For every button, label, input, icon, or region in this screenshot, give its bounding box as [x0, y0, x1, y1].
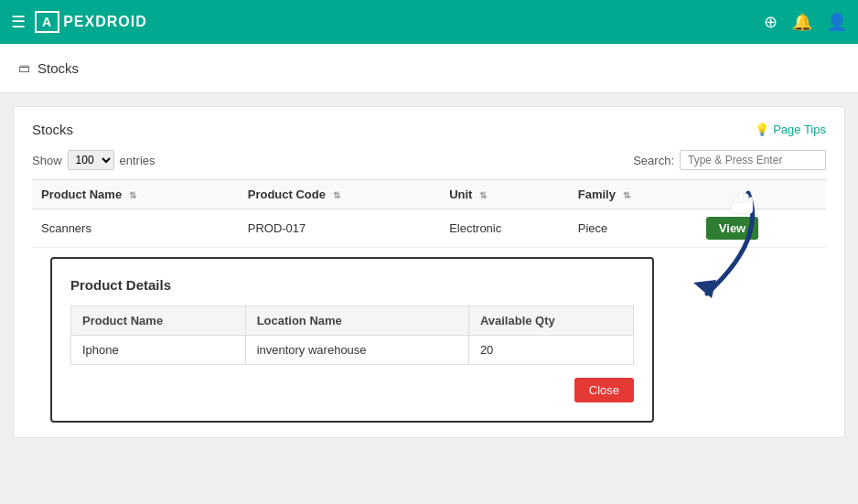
entries-select[interactable]: 100 25 50 [68, 150, 114, 170]
col-family: Family ⇅ [569, 180, 697, 209]
entries-label: entries [120, 154, 156, 167]
show-label: Show [32, 154, 62, 167]
col-unit: Unit ⇅ [440, 180, 569, 209]
modal-table-row: Iphone inventory warehouse 20 [71, 336, 634, 365]
product-details-modal: Product Details Product Name Location Na… [50, 257, 654, 423]
modal-footer: Close [70, 378, 634, 402]
breadcrumb-bar: 🗃 Stocks [0, 44, 858, 93]
top-navbar: ☰ A PEXDROID ⊕ 🔔 👤 [0, 0, 858, 44]
hamburger-icon[interactable]: ☰ [11, 12, 26, 32]
table-controls: Show 100 25 50 entries Search: [32, 150, 826, 170]
modal-col-location-name: Location Name [245, 306, 468, 336]
navbar-right: ⊕ 🔔 👤 [764, 12, 847, 32]
close-button[interactable]: Close [574, 378, 634, 402]
modal-col-available-qty: Available Qty [468, 306, 633, 336]
svg-marker-0 [693, 280, 716, 298]
modal-col-product-name: Product Name [71, 306, 246, 336]
show-entries-left: Show 100 25 50 entries [32, 150, 156, 170]
cell-product-code: PROD-017 [239, 209, 440, 248]
cell-family: Piece [569, 209, 697, 248]
user-icon[interactable]: 👤 [827, 12, 847, 32]
modal-cell-location-name: inventory warehouse [245, 336, 468, 365]
modal-area: Product Details Product Name Location Na… [32, 257, 826, 423]
breadcrumb-title: Stocks [38, 60, 79, 76]
cell-action: View [697, 209, 826, 248]
col-action [697, 180, 826, 209]
bell-icon[interactable]: 🔔 [792, 12, 812, 32]
table-header-row: Product Name ⇅ Product Code ⇅ Unit ⇅ Fam… [32, 180, 826, 209]
search-right: Search: [633, 150, 826, 170]
table-row: Scanners PROD-017 Electronic Piece View [32, 209, 826, 248]
sort-icon-product-code[interactable]: ⇅ [333, 190, 340, 200]
col-product-code: Product Code ⇅ [239, 180, 440, 209]
add-circle-icon[interactable]: ⊕ [764, 12, 778, 32]
search-label: Search: [633, 154, 674, 167]
sort-icon-family[interactable]: ⇅ [623, 190, 630, 200]
lightbulb-icon: 💡 [755, 123, 769, 136]
navbar-left: ☰ A PEXDROID [11, 11, 147, 33]
page-title: Stocks [32, 122, 73, 137]
logo-box: A [35, 11, 59, 33]
sort-icon-unit[interactable]: ⇅ [479, 190, 487, 200]
stocks-icon: 🗃 [18, 61, 30, 75]
cell-product-name: Scanners [32, 209, 239, 248]
view-button[interactable]: View [706, 217, 758, 240]
modal-cell-available-qty: 20 [468, 336, 633, 365]
modal-title: Product Details [70, 277, 634, 293]
col-product-name: Product Name ⇅ [32, 180, 239, 209]
modal-cell-product-name: Iphone [71, 336, 246, 365]
logo-text: PEXDROID [63, 14, 147, 30]
page-tips-label: Page Tips [773, 123, 826, 136]
stocks-table: Product Name ⇅ Product Code ⇅ Unit ⇅ Fam… [32, 179, 826, 248]
main-content: Stocks 💡 Page Tips Show 100 25 50 entrie… [13, 106, 845, 438]
modal-header-row: Product Name Location Name Available Qty [71, 306, 634, 336]
search-input[interactable] [680, 150, 826, 170]
sort-icon-product-name[interactable]: ⇅ [129, 190, 136, 200]
modal-table: Product Name Location Name Available Qty… [70, 306, 634, 365]
page-tips-link[interactable]: 💡 Page Tips [755, 123, 826, 136]
cell-unit: Electronic [440, 209, 569, 248]
content-header: Stocks 💡 Page Tips [32, 122, 826, 137]
